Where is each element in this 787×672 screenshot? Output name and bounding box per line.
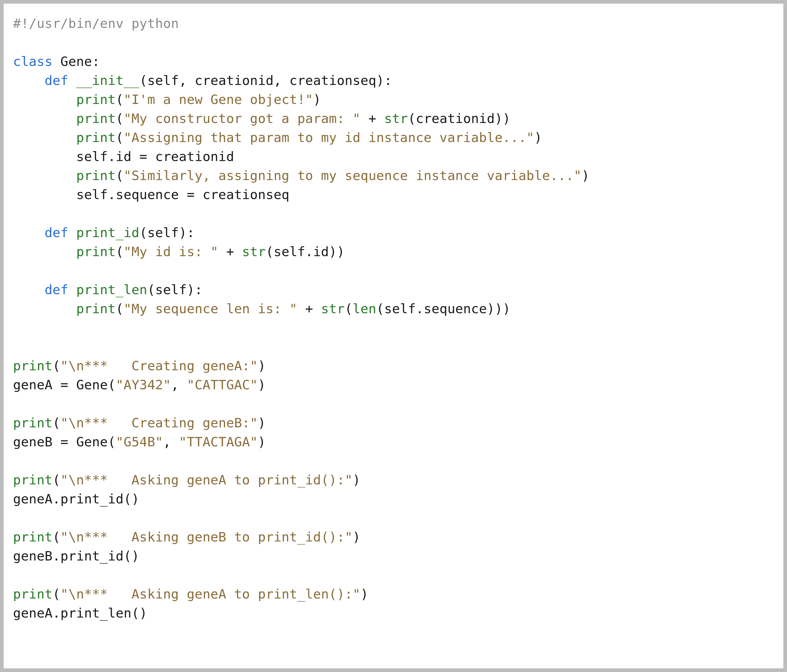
- code-token: "\n*** Creating geneA:": [60, 358, 258, 373]
- code-token: str: [384, 111, 408, 126]
- code-token: print_len: [76, 282, 147, 297]
- code-token: __init__: [76, 73, 139, 88]
- code-token: "TTACTAGA": [179, 434, 258, 449]
- code-token: #!/usr/bin/env python: [13, 16, 179, 31]
- code-token: (: [53, 530, 60, 545]
- code-token: geneA = Gene(: [13, 377, 116, 392]
- code-line: geneA.print_id(): [13, 492, 139, 506]
- code-token: "\n*** Creating geneB:": [60, 415, 258, 430]
- code-token: "Similarly, assigning to my sequence ins…: [123, 168, 582, 183]
- code-token: print: [13, 358, 53, 373]
- code-token: (: [116, 244, 123, 259]
- code-token: print: [13, 530, 53, 545]
- code-line: def __init__(self, creationid, creations…: [13, 73, 392, 88]
- code-token: (creationid)): [408, 111, 510, 126]
- code-token: "My sequence len is: ": [123, 301, 297, 316]
- code-token: ,: [171, 377, 187, 392]
- code-token: (self, creationid, creationseq):: [139, 73, 392, 88]
- code-line: geneB.print_id(): [13, 549, 139, 564]
- code-token: geneA.print_len(): [13, 606, 147, 621]
- code-token: print: [76, 111, 116, 126]
- code-token: ): [258, 377, 265, 392]
- code-token: print: [76, 301, 116, 316]
- code-token: ): [258, 434, 265, 449]
- code-token: (self):: [139, 225, 195, 240]
- code-token: print: [13, 473, 53, 487]
- code-token: "\n*** Asking geneA to print_id():": [60, 473, 352, 487]
- code-line: geneB = Gene("G54B", "TTACTAGA"): [13, 434, 266, 449]
- code-token: (self.sequence))): [376, 301, 510, 316]
- code-line: print("Similarly, assigning to my sequen…: [13, 168, 589, 183]
- code-token: geneB = Gene(: [13, 434, 116, 449]
- code-token: print: [13, 415, 53, 430]
- code-token: [53, 54, 60, 69]
- code-token: (: [116, 130, 123, 145]
- code-token: (: [53, 587, 60, 602]
- code-token: geneB.print_id(): [13, 549, 139, 564]
- code-token: (: [116, 111, 123, 126]
- code-line: print("\n*** Creating geneA:"): [13, 358, 266, 373]
- code-token: +: [360, 111, 384, 126]
- code-line: self.sequence = creationseq: [13, 187, 289, 202]
- code-line: print("My constructor got a param: " + s…: [13, 111, 510, 126]
- code-line: def print_id(self):: [13, 225, 195, 240]
- code-token: ): [352, 473, 360, 487]
- code-token: (: [116, 168, 123, 183]
- code-token: (: [53, 415, 60, 430]
- code-token: "Assigning that param to my id instance …: [123, 130, 534, 145]
- code-line: def print_len(self):: [13, 282, 202, 297]
- code-token: Gene: [60, 54, 92, 69]
- code-token: [68, 225, 76, 240]
- code-token: print: [76, 244, 116, 259]
- code-token: "G54B": [116, 434, 163, 449]
- code-token: (: [345, 301, 352, 316]
- code-line: print("Assigning that param to my id ins…: [13, 130, 542, 145]
- code-line: print("\n*** Creating geneB:"): [13, 415, 266, 430]
- code-block: #!/usr/bin/env python class Gene: def __…: [13, 14, 774, 623]
- code-token: print: [76, 168, 116, 183]
- code-token: ): [352, 530, 360, 545]
- code-token: ): [534, 130, 542, 145]
- code-token: ): [360, 587, 368, 602]
- code-token: print: [76, 130, 116, 145]
- code-token: (self):: [147, 282, 202, 297]
- code-line: class Gene:: [13, 54, 100, 69]
- code-line: print("\n*** Asking geneA to print_len()…: [13, 587, 368, 602]
- code-line: print("My id is: " + str(self.id)): [13, 244, 345, 259]
- code-token: print_id: [76, 225, 139, 240]
- code-token: geneA.print_id(): [13, 492, 139, 506]
- code-token: (: [116, 92, 123, 107]
- code-token: self.sequence = creationseq: [76, 187, 289, 202]
- code-line: geneA.print_len(): [13, 606, 147, 621]
- code-token: "\n*** Asking geneA to print_len():": [60, 587, 361, 602]
- code-token: "My constructor got a param: ": [123, 111, 360, 126]
- code-token: str: [242, 244, 266, 259]
- code-line: geneA = Gene("AY342", "CATTGAC"): [13, 377, 266, 392]
- code-line: self.id = creationid: [13, 149, 234, 164]
- code-token: def: [44, 282, 68, 297]
- code-token: self.id = creationid: [76, 149, 234, 164]
- code-token: class: [13, 54, 53, 69]
- code-token: (: [116, 301, 123, 316]
- code-token: def: [44, 73, 68, 88]
- code-token: def: [44, 225, 68, 240]
- code-token: "\n*** Asking geneB to print_id():": [60, 530, 352, 545]
- code-frame: #!/usr/bin/env python class Gene: def __…: [0, 0, 787, 672]
- code-token: ): [313, 92, 321, 107]
- code-token: [68, 73, 76, 88]
- code-token: :: [92, 54, 100, 69]
- code-line: print("My sequence len is: " + str(len(s…: [13, 301, 510, 316]
- code-token: (self.id)): [266, 244, 345, 259]
- code-line: print("\n*** Asking geneB to print_id():…: [13, 530, 360, 545]
- code-token: print: [76, 92, 116, 107]
- code-token: len: [352, 301, 376, 316]
- code-line: print("I'm a new Gene object!"): [13, 92, 321, 107]
- code-token: [68, 282, 76, 297]
- code-token: +: [218, 244, 242, 259]
- code-token: "My id is: ": [123, 244, 218, 259]
- code-token: +: [297, 301, 321, 316]
- code-line: #!/usr/bin/env python: [13, 16, 179, 31]
- code-token: ): [258, 415, 265, 430]
- code-token: "I'm a new Gene object!": [123, 92, 313, 107]
- code-token: ): [582, 168, 589, 183]
